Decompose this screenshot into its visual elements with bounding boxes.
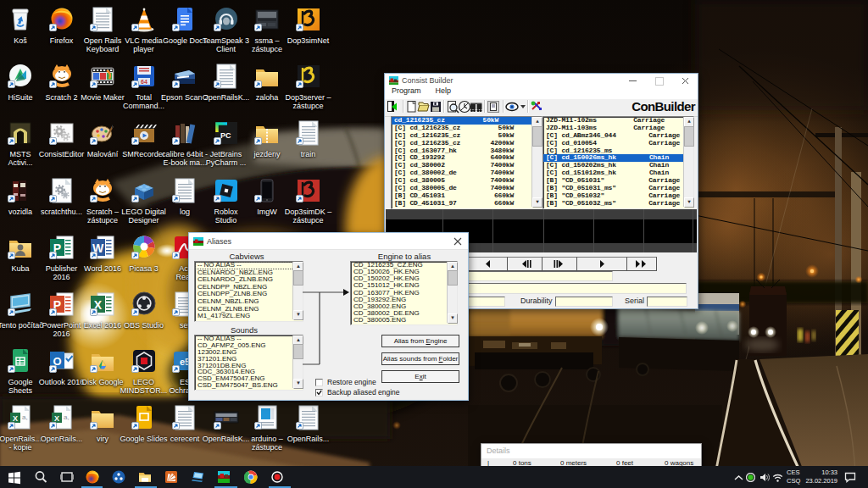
- svg-text:64: 64: [141, 79, 147, 85]
- svg-text:a,: a,: [64, 413, 70, 421]
- svg-text:X: X: [53, 414, 58, 423]
- svg-text:X: X: [13, 414, 18, 423]
- svg-text:a,: a,: [22, 413, 28, 421]
- svg-text:PC: PC: [220, 131, 231, 140]
